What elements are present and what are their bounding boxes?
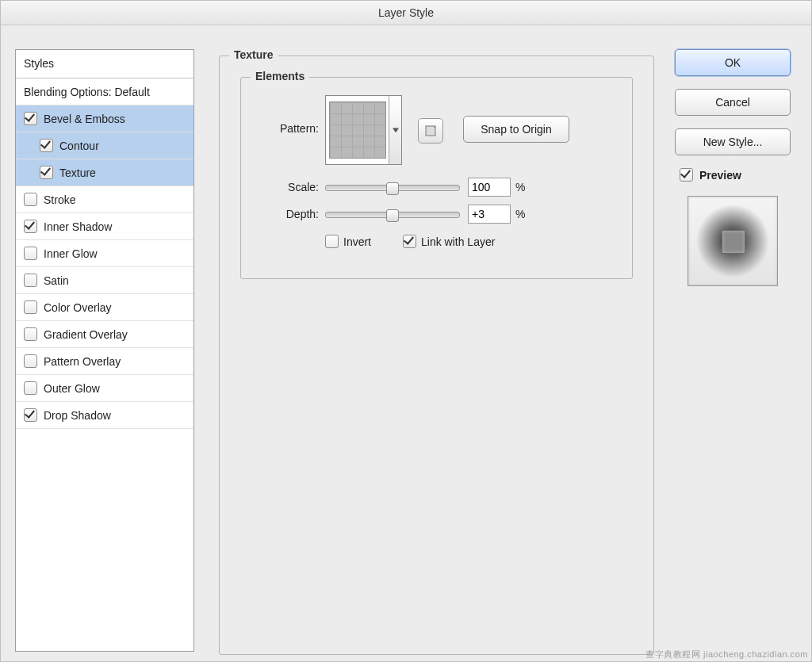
sidebar-item-label: Contour xyxy=(59,140,99,152)
scale-slider[interactable] xyxy=(325,179,460,195)
sidebar-item-texture[interactable]: Texture xyxy=(16,159,193,186)
sidebar-item-checkbox[interactable] xyxy=(40,166,53,179)
cancel-button[interactable]: Cancel xyxy=(675,89,791,116)
texture-group: Texture Elements Pattern: xyxy=(219,55,654,655)
scale-input[interactable] xyxy=(468,178,511,197)
sidebar-item-pattern-overlay[interactable]: Pattern Overlay xyxy=(16,348,193,375)
new-pattern-preset-button[interactable] xyxy=(418,118,443,143)
pattern-swatch[interactable] xyxy=(326,96,389,164)
sidebar-item-inner-shadow[interactable]: Inner Shadow xyxy=(16,213,193,240)
pattern-preview-icon xyxy=(329,101,386,159)
sidebar-item-label: Outer Glow xyxy=(44,382,100,395)
depth-label: Depth: xyxy=(270,208,319,220)
sidebar-item-label: Inner Glow xyxy=(44,247,98,260)
sidebar-item-label: Texture xyxy=(59,166,96,179)
link-with-layer-label: Link with Layer xyxy=(421,235,495,248)
styles-header[interactable]: Styles xyxy=(16,50,193,78)
sidebar-item-label: Color Overlay xyxy=(44,301,112,314)
sidebar-item-outer-glow[interactable]: Outer Glow xyxy=(16,375,193,402)
invert-checkbox[interactable] xyxy=(325,235,339,248)
sidebar-item-checkbox[interactable] xyxy=(24,247,37,260)
preview-checkbox[interactable] xyxy=(680,168,693,182)
sidebar-item-checkbox[interactable] xyxy=(40,139,53,152)
sidebar-item-inner-glow[interactable]: Inner Glow xyxy=(16,240,193,267)
page-fold-icon xyxy=(424,124,437,137)
dialog-buttons-column: OK Cancel New Style... Preview xyxy=(675,49,794,286)
ok-button-label: OK xyxy=(725,56,741,69)
new-style-button-label: New Style... xyxy=(703,136,763,148)
new-style-button[interactable]: New Style... xyxy=(675,128,791,155)
window-title: Layer Style xyxy=(378,6,434,19)
sidebar-item-color-overlay[interactable]: Color Overlay xyxy=(16,294,193,321)
layer-style-dialog: Layer Style Styles Blending Options: Def… xyxy=(0,0,812,662)
pattern-picker[interactable] xyxy=(325,95,402,165)
sidebar-item-bevel-emboss[interactable]: Bevel & Emboss xyxy=(16,105,193,132)
sidebar-item-checkbox[interactable] xyxy=(24,381,37,395)
snap-to-origin-label: Snap to Origin xyxy=(481,123,552,136)
sidebar-item-checkbox[interactable] xyxy=(24,300,37,314)
sidebar-item-gradient-overlay[interactable]: Gradient Overlay xyxy=(16,321,193,348)
sidebar-item-satin[interactable]: Satin xyxy=(16,267,193,294)
scale-unit: % xyxy=(515,181,525,193)
preview-checkbox-row[interactable]: Preview xyxy=(680,168,794,182)
sidebar-item-label: Bevel & Emboss xyxy=(44,113,125,125)
scale-label: Scale: xyxy=(270,181,319,193)
preview-label: Preview xyxy=(699,169,741,182)
snap-to-origin-button[interactable]: Snap to Origin xyxy=(463,116,569,143)
scale-slider-thumb[interactable] xyxy=(386,182,399,195)
elements-group-title: Elements xyxy=(251,70,309,82)
sidebar-item-checkbox[interactable] xyxy=(24,327,37,341)
depth-slider-thumb[interactable] xyxy=(386,209,399,222)
sidebar-item-checkbox[interactable] xyxy=(24,354,37,368)
texture-group-title: Texture xyxy=(229,48,278,61)
depth-slider[interactable] xyxy=(325,206,460,222)
sidebar-item-drop-shadow[interactable]: Drop Shadow xyxy=(16,402,193,429)
cancel-button-label: Cancel xyxy=(715,96,750,109)
preview-thumbnail xyxy=(688,196,778,286)
ok-button[interactable]: OK xyxy=(675,49,791,76)
sidebar-item-label: Blending Options: Default xyxy=(24,86,150,98)
sidebar-item-contour[interactable]: Contour xyxy=(16,132,193,159)
sidebar-item-label: Drop Shadow xyxy=(44,409,111,422)
sidebar-item-label: Pattern Overlay xyxy=(44,355,121,368)
link-with-layer-checkbox-row[interactable]: Link with Layer xyxy=(403,235,495,248)
sidebar-item-blending-options-default[interactable]: Blending Options: Default xyxy=(16,78,193,105)
pattern-label: Pattern: xyxy=(270,122,319,135)
sidebar-item-checkbox[interactable] xyxy=(24,274,37,287)
depth-input[interactable] xyxy=(468,205,511,224)
depth-unit: % xyxy=(515,208,525,220)
sidebar-item-stroke[interactable]: Stroke xyxy=(16,186,193,213)
pattern-dropdown-arrow[interactable] xyxy=(389,96,401,164)
sidebar-item-checkbox[interactable] xyxy=(24,408,37,422)
watermark-text: 查字典教程网 jiaocheng.chazidian.com xyxy=(645,649,808,660)
elements-group: Elements Pattern: xyxy=(240,77,633,279)
invert-checkbox-row[interactable]: Invert xyxy=(325,235,371,248)
invert-label: Invert xyxy=(343,235,371,248)
sidebar-item-checkbox[interactable] xyxy=(24,193,37,206)
sidebar-item-label: Inner Shadow xyxy=(44,220,112,233)
dialog-content: Styles Blending Options: DefaultBevel & … xyxy=(1,25,811,662)
link-with-layer-checkbox[interactable] xyxy=(403,235,416,248)
svg-marker-0 xyxy=(393,128,399,133)
sidebar-item-label: Stroke xyxy=(44,193,75,206)
sidebar-item-label: Gradient Overlay xyxy=(44,328,128,341)
styles-header-label: Styles xyxy=(24,57,54,70)
chevron-down-icon xyxy=(393,127,399,133)
title-bar: Layer Style xyxy=(1,1,811,25)
sidebar-item-label: Satin xyxy=(44,274,69,287)
sidebar-item-checkbox[interactable] xyxy=(24,112,37,125)
sidebar-item-checkbox[interactable] xyxy=(24,220,37,233)
styles-sidebar: Styles Blending Options: DefaultBevel & … xyxy=(15,49,194,652)
